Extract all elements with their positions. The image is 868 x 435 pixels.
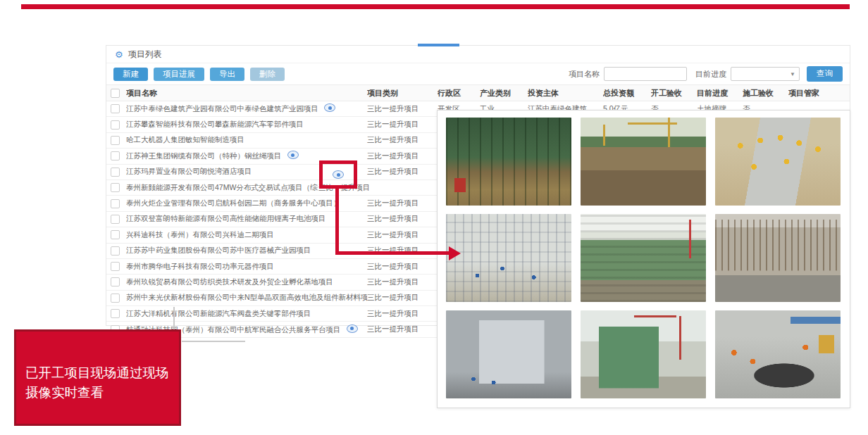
row-checkbox[interactable] xyxy=(111,262,120,271)
row-checkbox-cell xyxy=(106,136,126,145)
table-cell: 三比一提升项目 xyxy=(367,214,438,224)
table-cell: 三比一提升项目 xyxy=(367,104,438,114)
view-camera-eye-icon[interactable] xyxy=(333,170,344,179)
column-header: 行政区 xyxy=(438,88,480,99)
toolbar-button[interactable]: 项目进展 xyxy=(154,68,204,82)
column-header: 投资主体 xyxy=(528,88,603,99)
site-photo[interactable] xyxy=(446,118,571,206)
column-header: 开工验收 xyxy=(651,88,697,99)
site-photo[interactable] xyxy=(715,118,841,206)
column-header: 项目类别 xyxy=(367,88,438,99)
callout-connector-vertical xyxy=(173,307,175,329)
project-name-cell: 江苏大洋精机有限公司新能源汽车阀盘类关键零部件项目 xyxy=(126,309,367,319)
project-name-cell: 兴科迪科技（泰州）有限公司兴科迪二期项目 xyxy=(126,230,367,240)
view-camera-eye-icon[interactable] xyxy=(324,103,335,112)
project-name-cell: 苏州中来光伏新材股份有限公司中来N型单晶双面高效电池及组件新材料项目 xyxy=(126,293,367,303)
column-header: 项目管家 xyxy=(788,88,850,99)
table-cell: 三比一提升项目 xyxy=(367,309,438,319)
progress-select[interactable]: ▼ xyxy=(731,67,800,81)
site-photo[interactable] xyxy=(446,310,571,398)
gear-icon: ⚙ xyxy=(115,50,123,59)
page-title: 项目列表 xyxy=(128,49,162,61)
table-cell: 三比一提升项目 xyxy=(367,167,438,177)
screenshot-stage: ⚙ 项目列表 新建项目进展导出删除 项目名称 目前进度 ▼ 查询 项目名称项目类… xyxy=(0,0,868,435)
view-camera-eye-icon[interactable] xyxy=(347,324,358,333)
header-checkbox-cell xyxy=(106,89,126,98)
row-checkbox-cell xyxy=(106,199,126,208)
row-checkbox[interactable] xyxy=(111,183,120,192)
project-name-filter-label: 项目名称 xyxy=(569,69,600,80)
table-cell: 三比一提升项目 xyxy=(367,135,438,145)
chevron-down-icon: ▼ xyxy=(790,71,795,77)
table-cell: 三比一提升项目 xyxy=(367,151,438,161)
table-header-row: 项目名称项目类别行政区产业类别投资主体总投资额开工验收目前进度施工验收项目管家 xyxy=(106,84,850,101)
toolbar-button[interactable]: 删除 xyxy=(250,68,285,82)
row-checkbox[interactable] xyxy=(111,151,120,160)
column-header: 施工验收 xyxy=(743,88,788,99)
row-checkbox[interactable] xyxy=(111,277,120,286)
project-name-cell: 泰州玖锐贸易有限公司纺织类技术研发及外贸企业孵化基地项目 xyxy=(126,277,367,287)
project-name-cell: 泰州市腾华电子科技有限公司功率元器件项目 xyxy=(126,262,367,272)
row-checkbox[interactable] xyxy=(111,120,120,130)
row-checkbox-cell xyxy=(106,294,126,303)
project-name-cell: 泰州新颢能源开发有限公司47MW分布式交易试点项目（综合智慧能源项目） xyxy=(126,183,318,193)
site-photo[interactable] xyxy=(715,310,841,398)
row-checkbox[interactable] xyxy=(111,246,120,256)
row-checkbox[interactable] xyxy=(111,215,120,224)
row-checkbox-cell xyxy=(106,168,126,177)
site-photo[interactable] xyxy=(581,118,706,206)
row-checkbox-cell xyxy=(106,151,126,160)
tab-indicator[interactable] xyxy=(418,44,459,46)
callout-box: 已开工项目现场通过现场摄像实时查看 xyxy=(14,329,181,426)
row-checkbox[interactable] xyxy=(111,136,120,145)
project-name-cell: 泰州火炬企业管理有限公司启航科创园二期（商务服务中心项目） xyxy=(126,198,367,208)
row-checkbox[interactable] xyxy=(111,199,120,208)
project-name-cell: 江苏苏中药业集团股份有限公司苏中医疗器械产业园项目 xyxy=(126,246,367,256)
row-checkbox-cell xyxy=(106,230,126,239)
row-checkbox-cell xyxy=(106,309,126,318)
toolbar-buttons: 新建项目进展导出删除 xyxy=(113,67,290,82)
project-name-input[interactable] xyxy=(604,67,687,81)
row-checkbox[interactable] xyxy=(111,104,120,113)
column-header: 目前进度 xyxy=(697,88,743,99)
row-checkbox[interactable] xyxy=(111,294,120,303)
search-button[interactable]: 查询 xyxy=(807,66,843,82)
view-camera-eye-icon[interactable] xyxy=(287,151,299,159)
site-photo[interactable] xyxy=(446,214,571,302)
annotation-arrow-head xyxy=(449,246,461,260)
annotation-arrow-vertical xyxy=(335,189,339,255)
row-checkbox-cell xyxy=(106,104,126,113)
table-cell: 三比一提升项目 xyxy=(367,230,438,240)
row-checkbox-cell xyxy=(106,246,126,256)
toolbar-button[interactable]: 新建 xyxy=(113,68,148,82)
site-photo[interactable] xyxy=(581,310,706,398)
project-name-cell: 江苏中泰绿色建筑产业园有限公司中泰绿色建筑产业园项目 xyxy=(126,103,367,114)
row-checkbox[interactable] xyxy=(111,309,120,318)
toolbar: 新建项目进展导出删除 项目名称 目前进度 ▼ 查询 xyxy=(106,63,850,84)
project-name-cell: 江苏双登富朗特新能源有限公司高性能储能用锂离子电池项目 xyxy=(126,214,367,224)
annotation-arrow-horizontal xyxy=(335,251,450,255)
table-cell: 三比一提升项目 xyxy=(367,120,438,130)
row-checkbox-cell xyxy=(106,262,126,271)
site-camera-photo-panel xyxy=(437,110,850,408)
row-checkbox-cell xyxy=(106,215,126,224)
table-cell: 三比一提升项目 xyxy=(367,277,438,287)
row-checkbox-cell xyxy=(106,277,126,286)
site-photo[interactable] xyxy=(581,214,706,302)
table-cell: 三比一提升项目 xyxy=(367,324,438,334)
row-checkbox-cell xyxy=(106,183,126,192)
column-header: 产业类别 xyxy=(480,88,528,99)
panel-header: ⚙ 项目列表 xyxy=(106,46,850,63)
top-red-accent-bar xyxy=(21,4,850,9)
table-cell: 三比一提升项目 xyxy=(367,262,438,272)
toolbar-button[interactable]: 导出 xyxy=(210,68,244,82)
select-all-checkbox[interactable] xyxy=(111,89,120,98)
table-cell: 三比一提升项目 xyxy=(367,293,438,303)
progress-filter-label: 目前进度 xyxy=(695,69,726,80)
column-header: 项目名称 xyxy=(126,88,367,99)
eye-highlight-box xyxy=(319,160,357,189)
site-photo[interactable] xyxy=(715,214,841,302)
row-checkbox[interactable] xyxy=(111,230,120,239)
project-name-cell: 哈工大机器人集团敏知智能制造项目 xyxy=(126,135,367,145)
row-checkbox[interactable] xyxy=(111,168,120,177)
